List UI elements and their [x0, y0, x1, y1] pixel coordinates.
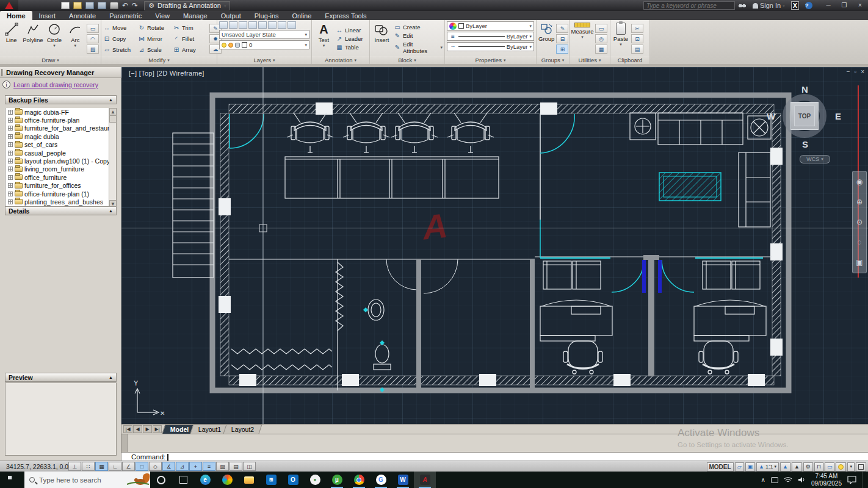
group-edit-button[interactable]: ✎ [556, 24, 568, 33]
layer-match-icon[interactable] [229, 21, 237, 29]
group-button[interactable]: Group [538, 21, 554, 56]
minimize-button[interactable]: ─ [820, 0, 836, 11]
panel-label-annotation[interactable]: Annotation▾ [312, 56, 369, 64]
object-color-dropdown[interactable]: ByLayer▾ [447, 21, 534, 30]
layer-isolate-icon[interactable] [248, 21, 257, 29]
quick-properties-toggle[interactable]: ▤ [230, 462, 242, 471]
expand-icon[interactable] [8, 167, 13, 171]
layout2-tab[interactable]: Layout2 [223, 425, 262, 434]
object-snap-toggle[interactable]: □ [136, 462, 148, 471]
clean-screen-button[interactable] [856, 462, 866, 472]
pan-icon[interactable]: ⊕ [856, 198, 863, 206]
backup-files-tree[interactable]: magic dubia-FF office-furniture-plan fur… [5, 108, 117, 208]
show-desktop-button[interactable] [862, 472, 864, 488]
linear-dimension-button[interactable]: ↔Linear [336, 27, 363, 34]
panel-label-groups[interactable]: Groups▾ [537, 56, 569, 64]
panel-label-block[interactable]: Block▾ [370, 56, 444, 64]
wifi-icon[interactable] [784, 476, 792, 483]
copilot-taskbar-button[interactable] [216, 472, 238, 488]
tray-expand-icon[interactable]: ∧ [761, 476, 765, 483]
tray-app-icon[interactable] [771, 477, 778, 483]
tab-manage[interactable]: Manage [176, 11, 214, 20]
circle-button[interactable]: Circle ▾ [45, 21, 63, 56]
annotation-scale-button[interactable]: ▲1:1▾ [756, 462, 779, 472]
sign-in-button[interactable]: Sign In ▾ [753, 2, 785, 9]
hardware-acceleration-button[interactable]: ▭ [825, 462, 835, 472]
layer-prev-icon[interactable] [239, 21, 247, 29]
undo-icon[interactable]: ↶ [122, 2, 128, 9]
measure-button[interactable]: Measure ▾ [571, 21, 593, 56]
panel-label-draw[interactable]: Draw▾ [0, 56, 101, 64]
chrome-taskbar-button[interactable] [348, 472, 370, 488]
dynamic-ucs-toggle[interactable]: ⊿ [176, 462, 189, 471]
first-tab-button[interactable]: |◀ [123, 425, 132, 433]
expand-icon[interactable] [8, 110, 13, 115]
hatch-tool-button[interactable]: ▨ [87, 45, 99, 54]
viewcube-west[interactable]: W [767, 111, 775, 121]
search-button[interactable] [738, 3, 747, 9]
utorrent-taskbar-button[interactable]: µ [326, 472, 348, 488]
navigation-bar[interactable]: ◉ ⊕ ⊙ ◌ ▣ [852, 171, 867, 273]
quick-calc-button[interactable]: ▦ [595, 45, 607, 54]
viewcube-top-face[interactable]: TOP [790, 102, 819, 130]
edge-taskbar-button[interactable]: e [194, 472, 216, 488]
panel-label-layers[interactable]: Layers▾ [217, 56, 311, 64]
collapse-icon[interactable]: ▲ [109, 375, 113, 379]
backup-files-header[interactable]: Backup Files ▲ [5, 95, 117, 104]
file-explorer-button[interactable] [238, 472, 260, 488]
scroll-thumb[interactable] [109, 115, 117, 123]
rectangle-tool-button[interactable]: ▭ [87, 24, 99, 33]
fillet-button[interactable]: ◜Fillet [173, 34, 208, 45]
selection-cycling-toggle[interactable]: ◫ [243, 462, 256, 471]
layer-state-dropdown[interactable]: Unsaved Layer State▾ [219, 30, 309, 39]
scale-button[interactable]: ⊿Scale [138, 45, 173, 56]
command-input[interactable]: Command: [121, 452, 868, 461]
tab-output[interactable]: Output [214, 11, 248, 20]
polar-tracking-toggle[interactable]: ∠ [122, 462, 135, 471]
edit-block-button[interactable]: ✎Edit [394, 32, 443, 39]
tree-scrollbar[interactable]: ▲▼ [109, 108, 116, 207]
backup-file-item[interactable]: layout plan.dwg100 (1) - Copy - Cop [5, 157, 116, 165]
autocad-app-icon[interactable] [0, 0, 18, 11]
taskbar-clock[interactable]: 7:45 AM 09/09/2025 [811, 473, 842, 487]
scroll-up-icon[interactable]: ▲ [109, 108, 117, 115]
snap-mode-toggle[interactable]: ∷ [82, 462, 95, 471]
details-header[interactable]: Details ▲ [5, 206, 117, 215]
backup-file-item[interactable]: office-furniture-plan (1) [5, 190, 116, 198]
cortana-button[interactable] [150, 472, 172, 488]
palette-title-bar[interactable]: Drawing Recovery Manager [0, 67, 121, 78]
expand-icon[interactable] [8, 175, 13, 180]
layer-freeze-icon[interactable] [258, 21, 267, 29]
close-button[interactable]: × [852, 0, 868, 11]
backup-file-item[interactable]: planting_trees_and_bushes [5, 198, 116, 206]
table-button[interactable]: ▦Table [336, 44, 363, 51]
exchange-apps-button[interactable]: X [791, 1, 799, 10]
expand-icon[interactable] [8, 118, 13, 123]
move-button[interactable]: ↔Move [103, 23, 138, 34]
panel-label-properties[interactable]: Properties▾ [445, 56, 536, 64]
panel-label-modify[interactable]: Modify▾ [101, 56, 217, 64]
task-view-button[interactable] [172, 472, 194, 488]
next-tab-button[interactable]: ▶ [143, 425, 152, 433]
lineweight-toggle[interactable]: ≡ [203, 462, 215, 471]
point-style-button[interactable]: ◎ [595, 34, 607, 43]
backup-file-item[interactable]: office-furniture-plan [5, 116, 116, 124]
zoom-icon[interactable]: ⊙ [856, 218, 863, 226]
expand-icon[interactable] [8, 142, 13, 147]
taskbar-search[interactable]: Type here to search [24, 472, 150, 488]
panel-label-utilities[interactable]: Utilities▾ [570, 56, 610, 64]
expand-icon[interactable] [8, 151, 13, 156]
word-taskbar-button[interactable]: W [392, 472, 414, 488]
cut-button[interactable]: ✂ [631, 24, 643, 33]
line-button[interactable]: Line [2, 21, 21, 56]
paste-special-button[interactable]: ▤ [631, 45, 643, 54]
group-selection-toggle[interactable]: ⊞ [556, 45, 568, 54]
trim-button[interactable]: ✂Trim [173, 23, 208, 34]
tab-online[interactable]: Online [286, 11, 319, 20]
layer-unlock-icon[interactable] [288, 21, 296, 29]
lineweight-dropdown[interactable]: ≡ByLayer▾ [447, 32, 534, 41]
workspace-switcher[interactable]: ⚙ Drafting & Annotation ▾ [144, 1, 230, 10]
arc-button[interactable]: Arc ▾ [66, 21, 85, 56]
tab-home[interactable]: Home [0, 11, 32, 20]
backup-file-item[interactable]: living_room_furniture [5, 165, 116, 173]
